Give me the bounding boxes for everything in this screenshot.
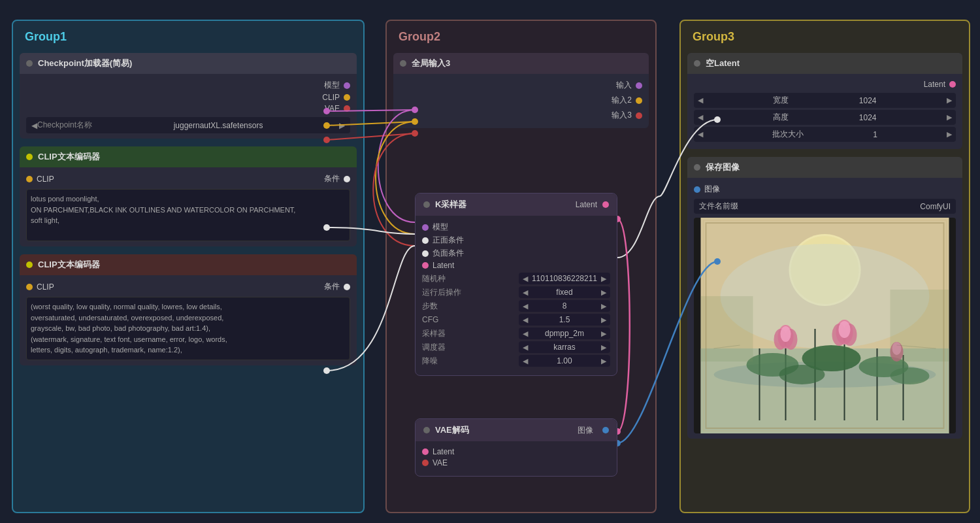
save-image-node: 保存图像 图像 文件名前缀 ComfyUI [687, 157, 962, 439]
latent-width-next[interactable]: ▶ [947, 96, 952, 105]
latent-output-label: Latent [924, 80, 945, 89]
global-io-row-1: 输入 [400, 78, 642, 93]
svg-rect-44 [890, 290, 949, 362]
clip-negative-text[interactable]: (worst quality, low quality, normal qual… [26, 297, 350, 360]
checkpoint-clip-row: CLIP [26, 93, 350, 102]
ks-sampler-next[interactable]: ▶ [601, 329, 606, 338]
ks-sampler-value: dpmpp_2m [545, 329, 584, 338]
ks-latent-label: Latent [433, 261, 454, 270]
ks-pos-label: 正面条件 [433, 235, 464, 246]
clip-pos-input-dot [26, 176, 33, 182]
save-image-input-dot [694, 186, 700, 193]
global-input-node: 全局输入3 输入 输入2 输入3 [393, 53, 649, 128]
checkpoint-clip-label: CLIP [322, 93, 340, 102]
ks-model-label: 模型 [433, 222, 448, 233]
vae-output-dot [344, 105, 350, 112]
image-preview [694, 218, 956, 433]
ks-steps-prev[interactable]: ◀ [523, 302, 528, 311]
checkpoint-name-label: Checkpoint名称 [37, 120, 92, 131]
ks-model-dot [422, 224, 429, 231]
latent-output-row: Latent [694, 78, 956, 91]
ksampler-dot [423, 201, 430, 208]
latent-height-row[interactable]: ◀ 高度 1024 ▶ [694, 110, 956, 125]
ks-cfg-row: CFG ◀ 1.5 ▶ [422, 314, 610, 326]
clip-pos-io-row: CLIP 条件 [26, 171, 350, 186]
ks-run-next[interactable]: ▶ [601, 288, 606, 297]
svg-point-31 [779, 365, 825, 384]
latent-height-label: 高度 [773, 112, 789, 123]
latent-batch-label: 批次大小 [772, 129, 804, 140]
checkpoint-select[interactable]: ◀ Checkpoint名称 juggernautXL.safetensors … [26, 117, 350, 133]
group2-title: Group2 [393, 27, 649, 46]
ks-denoise-label: 降噪 [422, 356, 438, 367]
group1-title: Group1 [20, 27, 357, 46]
ks-sampler-row: 采样器 ◀ dpmpp_2m ▶ [422, 328, 610, 339]
ks-cfg-next[interactable]: ▶ [601, 316, 606, 324]
ks-sampler-prev[interactable]: ◀ [523, 329, 528, 338]
clip-neg-dot [26, 262, 33, 268]
ks-seed-next[interactable]: ▶ [601, 275, 606, 283]
ks-seed-value: 110110836228211 [532, 274, 597, 283]
ks-scheduler-next[interactable]: ▶ [601, 343, 606, 352]
ks-pos-row: 正面条件 [422, 235, 610, 246]
svg-point-36 [781, 326, 791, 342]
vae-vae-row: VAE [422, 458, 610, 467]
save-dot [694, 164, 700, 171]
ks-seed-prev[interactable]: ◀ [523, 275, 528, 283]
clip-neg-output-label: 条件 [324, 281, 340, 292]
global-input1-dot [636, 82, 642, 89]
ks-cfg-value: 1.5 [559, 315, 570, 324]
checkpoint-vae-row: VAE [26, 104, 350, 113]
vae-vae-dot [422, 460, 429, 466]
ksampler-output-label: Latent [576, 200, 597, 209]
latent-height-prev[interactable]: ◀ [698, 113, 703, 122]
checkpoint-next-arrow[interactable]: ▶ [339, 121, 345, 130]
latent-height-next[interactable]: ▶ [947, 113, 952, 122]
latent-width-prev[interactable]: ◀ [698, 96, 703, 105]
latent-width-label: 宽度 [773, 95, 789, 106]
model-output-dot [344, 82, 350, 89]
clip-negative-node: CLIP文本编码器 CLIP 条件 (worst quality, low qu… [20, 254, 357, 365]
clip-neg-io-row: CLIP 条件 [26, 279, 350, 294]
latent-batch-next[interactable]: ▶ [947, 130, 952, 139]
vae-dot [423, 427, 430, 433]
global-input3-label: 输入3 [612, 110, 632, 121]
ks-denoise-prev[interactable]: ◀ [523, 357, 528, 365]
ks-neg-label: 负面条件 [433, 248, 464, 259]
save-filename-row[interactable]: 文件名前缀 ComfyUI [694, 199, 956, 214]
global-io-row-2: 输入2 [400, 93, 642, 108]
ks-run-prev[interactable]: ◀ [523, 288, 528, 297]
latent-batch-prev[interactable]: ◀ [698, 130, 703, 139]
checkpoint-vae-label: VAE [325, 104, 340, 113]
checkpoint-prev-arrow[interactable]: ◀ [31, 121, 37, 130]
svg-point-40 [839, 321, 851, 338]
latent-title: 空Latent [706, 58, 740, 69]
vae-image-output-dot [602, 427, 609, 433]
preview-svg [694, 218, 956, 433]
ks-steps-label: 步数 [422, 301, 438, 312]
ks-neg-row: 负面条件 [422, 248, 610, 259]
global-io-row-3: 输入3 [400, 108, 642, 123]
ksampler-node: K采样器 Latent 模型 正面条件 负面条件 Lat [415, 193, 617, 376]
ks-pos-dot [422, 237, 429, 244]
vae-output-label: 图像 [578, 425, 593, 436]
clip-output-dot [344, 94, 350, 101]
ks-scheduler-label: 调度器 [422, 342, 446, 353]
ks-steps-next[interactable]: ▶ [601, 302, 606, 311]
ks-steps-row: 步数 ◀ 8 ▶ [422, 300, 610, 312]
ksampler-title: K采样器 [435, 199, 466, 211]
save-image-input-label: 图像 [704, 184, 720, 195]
vae-latent-row: Latent [422, 447, 610, 456]
ks-cfg-prev[interactable]: ◀ [523, 316, 528, 324]
checkpoint-node: Checkpoint加载器(简易) 模型 CLIP VAE ◀ Checkpoi… [20, 53, 357, 139]
latent-width-row[interactable]: ◀ 宽度 1024 ▶ [694, 93, 956, 108]
ks-latent-dot [422, 262, 429, 269]
ks-denoise-next[interactable]: ▶ [601, 357, 606, 365]
svg-point-32 [890, 367, 930, 384]
latent-batch-row[interactable]: ◀ 批次大小 1 ▶ [694, 127, 956, 142]
checkpoint-model-label: 模型 [324, 80, 340, 91]
ks-denoise-value: 1.00 [557, 356, 572, 365]
ks-scheduler-prev[interactable]: ◀ [523, 343, 528, 352]
clip-positive-text[interactable]: lotus pond moonlight, ON PARCHMENT,BLACK… [26, 189, 350, 241]
latent-width-value: 1024 [859, 96, 877, 105]
